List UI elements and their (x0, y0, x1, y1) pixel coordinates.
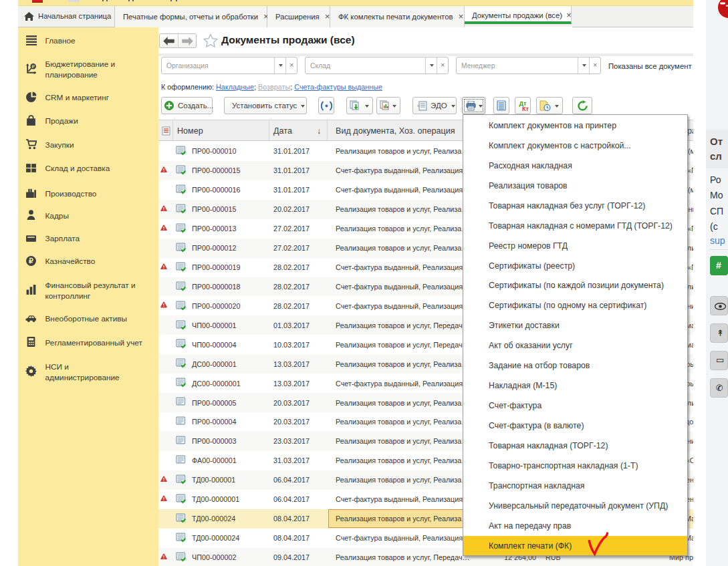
svg-text:₽: ₽ (29, 257, 33, 265)
svg-text:₽: ₽ (31, 63, 35, 69)
